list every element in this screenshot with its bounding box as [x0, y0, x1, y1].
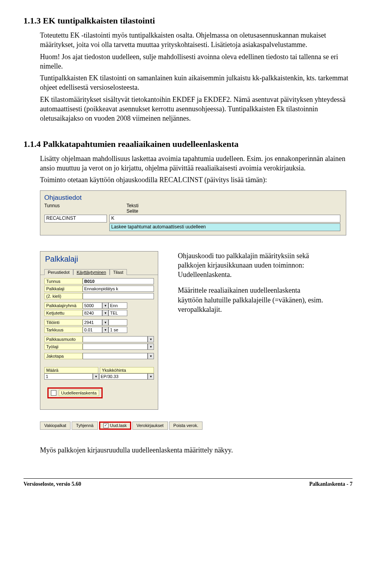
paragraph: Huom! Jos ajat tiedoston uudelleen, sulj… — [40, 52, 352, 71]
tab-tilast[interactable]: Tilast — [110, 269, 127, 275]
closing-paragraph: Myös palkkojen kirjausruudulla uudelleen… — [40, 445, 352, 455]
label-ryhma: Palkkalajiryhmä — [44, 302, 83, 309]
paragraph: EK tilastomääritykset sisältyvät tietoka… — [40, 95, 352, 123]
paragraph: Lisätty ohjelmaan mahdollisuus laskettaa… — [40, 154, 352, 173]
section-113-heading: 1.1.3 EK tuntipalkkaisten tilastointi — [24, 16, 352, 26]
label-jakotapa: Jakotapa — [44, 353, 83, 359]
palkkalaji-panel: Palkkalaji Perustiedot Käyttäytyminen Ti… — [40, 251, 158, 410]
section-113-body: Toteutettu EK -tilastointi myös tuntipal… — [40, 31, 352, 123]
palkkalaji-title: Palkkalaji — [40, 251, 158, 269]
field-tarkkuus[interactable]: 0.01 — [83, 327, 102, 333]
tab-perustiedot[interactable]: Perustiedot — [44, 269, 73, 275]
field-tiliointi[interactable]: 2941 — [83, 319, 102, 326]
tab-kayttaytyminen[interactable]: Käyttäytyminen — [73, 269, 110, 275]
section-114-body: Lisätty ohjelmaan mahdollisuus laskettaa… — [40, 154, 352, 185]
uudelleenlaskenta-highlight: Uudelleenlaskenta — [47, 387, 103, 398]
paragraph: Ohjauskoodi tuo palkkalajin määrityksiin… — [178, 251, 327, 280]
field-ryhma2[interactable]: Enn — [108, 302, 127, 309]
chevron-down-icon[interactable]: ▾ — [148, 353, 154, 359]
page-footer: Versioseloste, versio 5.60 Palkanlaskent… — [24, 478, 352, 487]
field-ketjutettu2[interactable]: TEL — [108, 310, 127, 316]
tab-bar: Perustiedot Käyttäytyminen Tilast — [40, 269, 158, 275]
label-tyolaji: Työlaji — [44, 344, 83, 350]
label-tiliointi: Tiliöinti — [44, 319, 83, 326]
selite-display: Laskee tapahtumat automaattisesti uudell… — [109, 223, 340, 231]
chevron-down-icon[interactable]: ▾ — [102, 319, 108, 326]
label-tunnus: Tunnus — [44, 203, 103, 214]
btn-verokirjaukset[interactable]: Verokirjaukset — [132, 422, 168, 430]
chevron-down-icon[interactable]: ▾ — [102, 302, 108, 309]
field-ryhma[interactable]: 5000 — [83, 302, 102, 309]
tab-content: Tunnus B010 Palkkalaji Ennakonpidätys k … — [40, 275, 158, 402]
label-palkkalaji: Palkkalaji — [44, 286, 83, 292]
ohjaustiedot-title: Ohjaustiedot — [44, 194, 342, 202]
teksti-input[interactable]: K — [109, 215, 340, 223]
chevron-down-icon[interactable]: ▾ — [102, 327, 108, 333]
field-yksikkohinta[interactable]: EP/30.33 — [99, 373, 148, 380]
side-explanation: Ohjauskoodi tuo palkkalajin määrityksiin… — [178, 251, 327, 321]
lower-row: Palkkalaji Perustiedot Käyttäytyminen Ti… — [40, 251, 352, 410]
label-palkkausmuoto: Palkkausmuoto — [44, 336, 83, 342]
btn-vakiopalkat[interactable]: Vakiopalkat — [40, 422, 70, 430]
field-ketjutettu[interactable]: 8240 — [83, 310, 102, 316]
label-teksti: Teksti — [127, 203, 205, 208]
field-tyolaji[interactable] — [83, 344, 148, 350]
button-bar: Vakiopalkat Tyhjennä Uud.lask Verokirjau… — [40, 422, 352, 430]
paragraph: Tuntipalkkaisten EK tilastointi on saman… — [40, 73, 352, 92]
paragraph: Toteutettu EK -tilastointi myös tuntipal… — [40, 31, 352, 50]
uudelleenlaskenta-checkbox[interactable] — [51, 390, 56, 396]
uudlask-checkbox[interactable] — [103, 423, 108, 428]
label-maara: Määrä — [44, 367, 98, 373]
chevron-down-icon[interactable]: ▾ — [148, 336, 154, 342]
btn-poista-verok[interactable]: Poista verok. — [169, 422, 203, 430]
field-tunnus[interactable]: B010 — [83, 278, 154, 284]
paragraph: Määrittele reaaliaikainen uudelleenlaske… — [178, 286, 327, 314]
field-tiliointi2[interactable] — [108, 319, 127, 326]
label-selite: Selite — [127, 208, 205, 214]
paragraph: Toiminto otetaan käyttöön ohjauskoodilla… — [40, 175, 352, 185]
field-palkkalaji[interactable]: Ennakonpidätys k — [83, 286, 154, 292]
chevron-down-icon[interactable]: ▾ — [148, 344, 154, 350]
label-tunnus: Tunnus — [44, 278, 83, 284]
tunnus-input[interactable]: RECALCINST — [44, 215, 107, 223]
footer-left: Versioseloste, versio 5.60 — [24, 481, 81, 487]
chevron-down-icon[interactable]: ▾ — [102, 310, 108, 316]
label-yksikkohinta: Yksikköhinta — [100, 367, 154, 373]
section-114-heading: 1.1.4 Palkkatapahtumien reaaliaikainen u… — [24, 139, 352, 149]
footer-right: Palkanlaskenta - 7 — [309, 481, 352, 487]
closing-paragraph-wrap: Myös palkkojen kirjausruudulla uudelleen… — [40, 445, 352, 455]
uudelleenlaskenta-label: Uudelleenlaskenta — [59, 390, 99, 396]
chevron-down-icon[interactable]: ▾ — [93, 373, 99, 380]
field-jakotapa[interactable] — [83, 353, 148, 359]
label-tarkkuus: Tarkkuus — [44, 327, 83, 333]
field-palkkausmuoto[interactable] — [83, 336, 148, 342]
label-ketjutettu: Ketjutettu — [44, 310, 83, 316]
chevron-down-icon[interactable]: ▾ — [148, 373, 154, 380]
btn-uudlask-highlight[interactable]: Uud.lask — [99, 422, 131, 430]
btn-tyhjenna[interactable]: Tyhjennä — [72, 422, 98, 430]
field-kieli[interactable] — [83, 293, 154, 299]
page-root: 1.1.3 EK tuntipalkkaisten tilastointi To… — [0, 0, 376, 499]
field-tarkkuus2[interactable]: 1 se — [108, 327, 127, 333]
label-kieli: (2. kieli) — [44, 293, 83, 299]
ohjaustiedot-panel: Ohjaustiedot Tunnus Teksti Selite RECALC… — [40, 190, 346, 235]
btn-uudlask-label: Uud.lask — [110, 423, 127, 428]
field-maara[interactable]: 1 — [44, 373, 93, 380]
